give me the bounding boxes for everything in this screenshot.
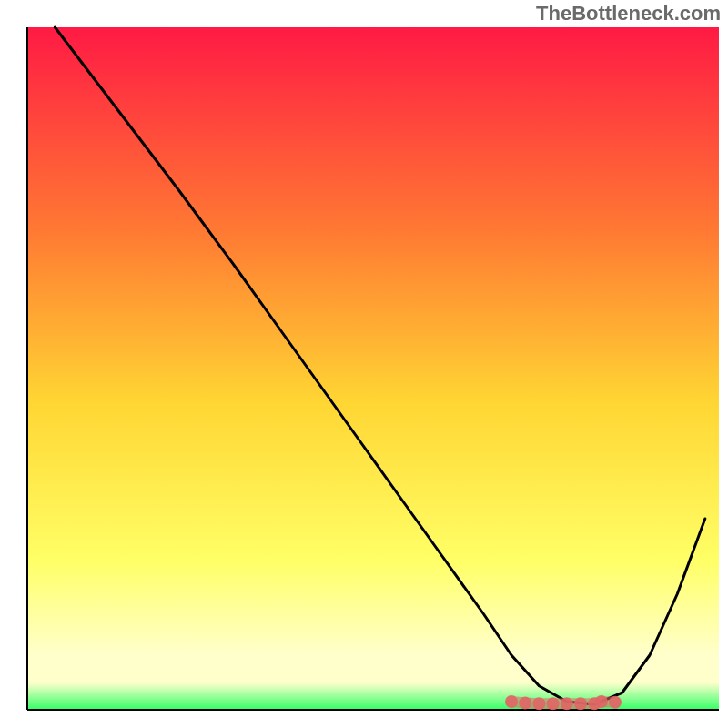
watermark-text: TheBottleneck.com (536, 2, 721, 25)
scatter-smear (511, 702, 615, 703)
plot-background (27, 27, 719, 710)
chart-svg (0, 0, 728, 728)
chart-container: TheBottleneck.com (0, 0, 728, 728)
